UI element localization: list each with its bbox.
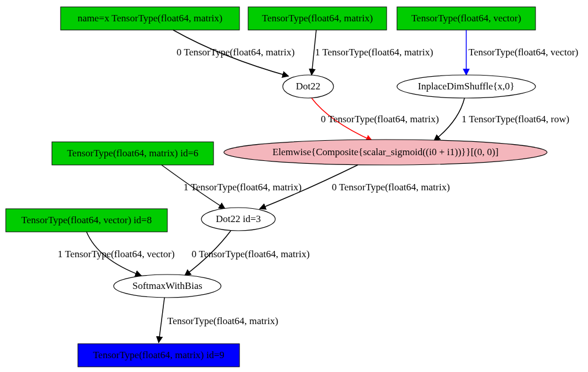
dot22-3-node: Dot22 id=3 xyxy=(201,208,275,231)
input-x-node: name=x TensorType(float64, matrix) xyxy=(61,7,239,30)
input-x-label: name=x TensorType(float64, matrix) xyxy=(78,13,223,24)
sigmoid-label: Elemwise{Composite{scalar_sigmoid((i0 + … xyxy=(272,146,499,157)
dot22-3-label: Dot22 id=3 xyxy=(216,213,261,224)
dimshuffle-node: InplaceDimShuffle{x,0} xyxy=(397,75,535,98)
edge-dimshuf-sigmoid-label: 1 TensorType(float64, row) xyxy=(462,114,570,125)
dimshuffle-label: InplaceDimShuffle{x,0} xyxy=(418,81,515,92)
edge-w1-dot22-label: 1 TensorType(float64, matrix) xyxy=(315,47,433,58)
input-b1-label: TensorType(float64, vector) xyxy=(411,13,521,24)
output-label: TensorType(float64, matrix) id=9 xyxy=(93,350,224,360)
edge-dot3-softmax-label: 0 TensorType(float64, matrix) xyxy=(192,249,310,260)
sigmoid-node: Elemwise{Composite{scalar_sigmoid((i0 + … xyxy=(224,140,547,165)
edge-b1-dimshuf-label: TensorType(float64, vector) xyxy=(469,47,578,58)
input-w1-label: TensorType(float64, matrix) xyxy=(262,13,373,24)
edge-x-dot22-label: 0 TensorType(float64, matrix) xyxy=(177,47,295,58)
edge-sigmoid-dot3-label: 0 TensorType(float64, matrix) xyxy=(332,182,450,193)
w2-node: TensorType(float64, matrix) id=6 xyxy=(52,142,214,165)
edge-b2-softmax-label: 1 TensorType(float64, vector) xyxy=(58,249,175,260)
dot22-1-node: Dot22 xyxy=(283,75,334,98)
edge-w2-dot3-label: 1 TensorType(float64, matrix) xyxy=(183,182,302,193)
w2-label: TensorType(float64, matrix) id=6 xyxy=(67,148,199,159)
edge-softmax-output xyxy=(159,298,164,343)
softmax-node: SoftmaxWithBias xyxy=(114,275,221,298)
dot22-1-label: Dot22 xyxy=(296,81,321,92)
graph-canvas: name=x TensorType(float64, matrix) Tenso… xyxy=(0,0,588,372)
softmax-label: SoftmaxWithBias xyxy=(132,280,202,291)
edge-dot22-sigmoid-label: 0 TensorType(float64, matrix) xyxy=(321,114,439,125)
b2-label: TensorType(float64, vector) id=8 xyxy=(21,215,152,226)
output-node: TensorType(float64, matrix) id=9 xyxy=(78,344,239,367)
b2-node: TensorType(float64, vector) id=8 xyxy=(6,209,167,232)
input-b1-node: TensorType(float64, vector) xyxy=(397,7,535,30)
edge-softmax-output-label: TensorType(float64, matrix) xyxy=(167,315,278,326)
input-w1-node: TensorType(float64, matrix) xyxy=(248,7,387,30)
